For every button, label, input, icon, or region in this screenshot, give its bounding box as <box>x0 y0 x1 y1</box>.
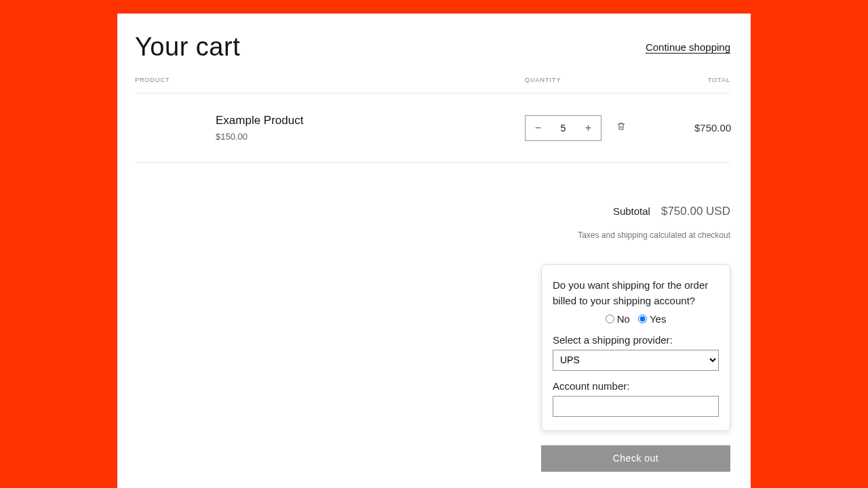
provider-label: Select a shipping provider: <box>553 334 719 346</box>
subtotal-value: $750.00 USD <box>661 205 730 218</box>
radio-no-label[interactable]: No <box>606 313 633 325</box>
page-title: Your cart <box>135 33 240 62</box>
shipping-question: Do you want shipping for the order bille… <box>553 277 719 309</box>
quantity-value[interactable]: 5 <box>551 123 576 134</box>
col-header-product: PRODUCT <box>135 77 525 83</box>
shipping-panel: Do you want shipping for the order bille… <box>541 264 730 431</box>
subtotal-label: Subtotal <box>613 205 650 217</box>
radio-yes-text: Yes <box>650 313 666 325</box>
quantity-block: − 5 + <box>525 115 694 141</box>
taxes-note: Taxes and shipping calculated at checkou… <box>135 230 730 240</box>
checkout-button[interactable]: Check out <box>541 445 730 472</box>
product-price: $150.00 <box>216 131 525 142</box>
quantity-stepper: − 5 + <box>525 115 601 141</box>
cart-page: Your cart Continue shopping PRODUCT QUAN… <box>117 14 751 488</box>
column-headers: PRODUCT QUANTITY TOTAL <box>135 77 730 94</box>
col-header-total: TOTAL <box>566 77 730 83</box>
radio-yes-label[interactable]: Yes <box>638 313 666 325</box>
provider-select[interactable]: UPS <box>553 350 719 371</box>
product-name: Example Product <box>216 114 525 127</box>
subtotal-row: Subtotal $750.00 USD <box>135 205 730 218</box>
account-number-label: Account number: <box>553 380 719 392</box>
line-total: $750.00 <box>694 122 731 134</box>
decrease-button[interactable]: − <box>526 116 551 140</box>
account-number-input[interactable] <box>553 396 719 417</box>
radio-no[interactable] <box>606 314 614 323</box>
increase-button[interactable]: + <box>576 116 601 140</box>
continue-shopping-link[interactable]: Continue shopping <box>646 41 730 53</box>
product-info: Example Product $150.00 <box>135 114 525 142</box>
header-row: Your cart Continue shopping <box>135 33 730 62</box>
col-header-quantity: QUANTITY <box>525 77 566 83</box>
cart-line-item: Example Product $150.00 − 5 + $750.00 <box>135 94 730 163</box>
radio-yes[interactable] <box>638 314 647 323</box>
radio-no-text: No <box>617 313 630 325</box>
shipping-radio-row: No Yes <box>553 313 719 325</box>
trash-icon[interactable] <box>616 121 626 134</box>
